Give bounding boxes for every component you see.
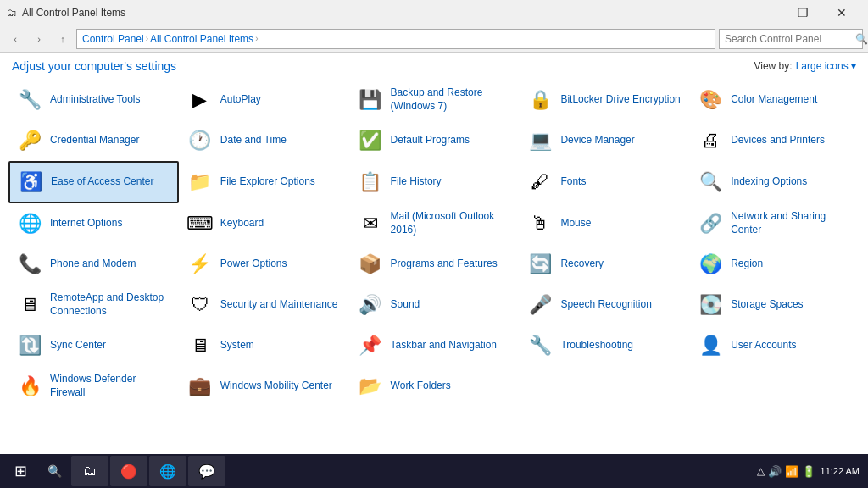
- work-folders-label: Work Folders: [391, 380, 451, 393]
- troubleshooting-icon: 🔧: [526, 332, 554, 359]
- sync-center-label: Sync Center: [50, 339, 106, 352]
- forward-button[interactable]: ›: [29, 29, 49, 49]
- remoteapp-icon: 🖥: [16, 291, 43, 319]
- control-item-security-maintenance[interactable]: 🛡Security and Maintenance: [179, 285, 349, 325]
- device-manager-label: Device Manager: [560, 134, 634, 147]
- clock[interactable]: 11:22 AM: [821, 465, 860, 477]
- view-by-label: View by:: [754, 60, 792, 72]
- control-item-date-time[interactable]: 🕐Date and Time: [179, 120, 349, 161]
- view-by-control: View by: Large icons ▾: [754, 60, 856, 72]
- control-item-sync-center[interactable]: 🔃Sync Center: [8, 325, 179, 366]
- internet-options-label: Internet Options: [50, 217, 122, 230]
- control-item-autoplay[interactable]: ▶AutoPlay: [179, 80, 349, 120]
- breadcrumb-all-items[interactable]: All Control Panel Items: [150, 33, 253, 45]
- control-item-keyboard[interactable]: ⌨Keyboard: [179, 203, 349, 244]
- recovery-label: Recovery: [560, 258, 604, 271]
- taskbar: ⊞ 🔍 🗂 🔴 🌐 💬 △ 🔊 📶 🔋 11:22 AM: [0, 454, 868, 488]
- taskbar-search-button[interactable]: 🔍: [39, 456, 70, 486]
- control-item-mail[interactable]: ✉Mail (Microsoft Outlook 2016): [349, 203, 520, 244]
- control-item-remoteapp[interactable]: 🖥RemoteApp and Desktop Connections: [8, 285, 179, 325]
- control-item-windows-defender[interactable]: 🔥Windows Defender Firewall: [8, 366, 179, 407]
- recovery-icon: 🔄: [526, 251, 554, 278]
- control-item-administrative-tools[interactable]: 🔧Administrative Tools: [8, 80, 179, 120]
- title-bar: 🗂 All Control Panel Items — ❐ ✕: [0, 0, 868, 25]
- taskbar-app-edge[interactable]: 🔴: [110, 456, 147, 486]
- sound-icon: 🔊: [357, 291, 384, 319]
- power-options-label: Power Options: [220, 258, 287, 271]
- control-item-windows-mobility[interactable]: 💼Windows Mobility Center: [179, 366, 349, 407]
- control-item-speech-recognition[interactable]: 🎤Speech Recognition: [519, 285, 689, 325]
- main-content: Adjust your computer's settings View by:…: [0, 53, 868, 454]
- bitlocker-label: BitLocker Drive Encryption: [560, 93, 680, 107]
- back-button[interactable]: ‹: [5, 29, 25, 49]
- taskbar-app-file-explorer[interactable]: 🗂: [71, 456, 108, 486]
- taskbar-tray: △ 🔊 📶 🔋 11:22 AM: [752, 465, 865, 478]
- control-item-recovery[interactable]: 🔄Recovery: [519, 244, 689, 285]
- control-item-troubleshooting[interactable]: 🔧Troubleshooting: [519, 325, 689, 366]
- control-item-network-sharing[interactable]: 🔗Network and Sharing Center: [689, 203, 860, 244]
- speech-recognition-icon: 🎤: [526, 291, 554, 319]
- credential-manager-icon: 🔑: [16, 127, 43, 154]
- breadcrumb: Control Panel › All Control Panel Items …: [76, 29, 715, 49]
- tray-alert-icon[interactable]: △: [757, 465, 765, 477]
- indexing-options-icon: 🔍: [697, 169, 724, 196]
- color-management-label: Color Management: [731, 93, 817, 107]
- search-input[interactable]: [725, 33, 852, 45]
- control-item-backup-restore[interactable]: 💾Backup and Restore (Windows 7): [349, 80, 520, 120]
- windows-defender-icon: 🔥: [16, 373, 43, 400]
- title-bar-left: 🗂 All Control Panel Items: [7, 7, 125, 19]
- start-button[interactable]: ⊞: [3, 456, 37, 486]
- control-item-region[interactable]: 🌍Region: [689, 244, 860, 285]
- tray-battery-icon[interactable]: 🔋: [802, 465, 815, 478]
- user-accounts-icon: 👤: [697, 332, 724, 359]
- mouse-icon: 🖱: [526, 210, 554, 237]
- region-label: Region: [731, 258, 763, 271]
- control-item-programs-features[interactable]: 📦Programs and Features: [349, 244, 520, 285]
- system-label: System: [220, 339, 254, 352]
- control-item-sound[interactable]: 🔊Sound: [349, 285, 520, 325]
- fonts-label: Fonts: [560, 175, 586, 189]
- indexing-options-label: Indexing Options: [731, 175, 807, 189]
- control-item-file-explorer-options[interactable]: 📁File Explorer Options: [179, 161, 349, 203]
- keyboard-label: Keyboard: [220, 217, 264, 230]
- address-bar: ‹ › ↑ Control Panel › All Control Panel …: [0, 25, 868, 53]
- control-item-indexing-options[interactable]: 🔍Indexing Options: [689, 161, 860, 203]
- control-item-mouse[interactable]: 🖱Mouse: [519, 203, 689, 244]
- administrative-tools-label: Administrative Tools: [50, 93, 141, 107]
- taskbar-app-store[interactable]: 💬: [188, 456, 225, 486]
- up-button[interactable]: ↑: [53, 29, 73, 49]
- ease-of-access-label: Ease of Access Center: [51, 175, 153, 189]
- window-title: All Control Panel Items: [22, 7, 125, 19]
- control-item-fonts[interactable]: 🖋Fonts: [519, 161, 689, 203]
- control-item-taskbar-navigation[interactable]: 📌Taskbar and Navigation: [349, 325, 520, 366]
- minimize-button[interactable]: —: [744, 0, 783, 25]
- tray-network-icon[interactable]: 📶: [785, 465, 798, 478]
- taskbar-app-chrome[interactable]: 🌐: [149, 456, 186, 486]
- control-item-system[interactable]: 🖥System: [179, 325, 349, 366]
- control-item-credential-manager[interactable]: 🔑Credential Manager: [8, 120, 179, 161]
- taskbar-navigation-label: Taskbar and Navigation: [391, 339, 497, 352]
- control-item-power-options[interactable]: ⚡Power Options: [179, 244, 349, 285]
- view-by-dropdown[interactable]: Large icons ▾: [796, 60, 856, 72]
- maximize-button[interactable]: ❐: [783, 0, 822, 25]
- control-item-work-folders[interactable]: 📂Work Folders: [349, 366, 520, 407]
- control-item-storage-spaces[interactable]: 💽Storage Spaces: [689, 285, 860, 325]
- windows-mobility-label: Windows Mobility Center: [220, 380, 332, 393]
- control-item-bitlocker[interactable]: 🔒BitLocker Drive Encryption: [519, 80, 689, 120]
- control-item-user-accounts[interactable]: 👤User Accounts: [689, 325, 860, 366]
- control-item-color-management[interactable]: 🎨Color Management: [689, 80, 860, 120]
- storage-spaces-label: Storage Spaces: [731, 298, 803, 312]
- breadcrumb-control-panel[interactable]: Control Panel: [82, 33, 144, 45]
- windows-mobility-icon: 💼: [186, 373, 214, 400]
- control-item-default-programs[interactable]: ✅Default Programs: [349, 120, 520, 161]
- control-item-devices-printers[interactable]: 🖨Devices and Printers: [689, 120, 860, 161]
- file-explorer-options-label: File Explorer Options: [220, 175, 315, 189]
- control-item-internet-options[interactable]: 🌐Internet Options: [8, 203, 179, 244]
- control-item-phone-modem[interactable]: 📞Phone and Modem: [8, 244, 179, 285]
- control-item-ease-of-access[interactable]: ♿Ease of Access Center: [8, 161, 179, 203]
- file-history-label: File History: [391, 175, 442, 189]
- control-item-file-history[interactable]: 📋File History: [349, 161, 520, 203]
- control-item-device-manager[interactable]: 💻Device Manager: [519, 120, 689, 161]
- tray-speaker-icon[interactable]: 🔊: [768, 465, 782, 478]
- close-button[interactable]: ✕: [822, 0, 861, 25]
